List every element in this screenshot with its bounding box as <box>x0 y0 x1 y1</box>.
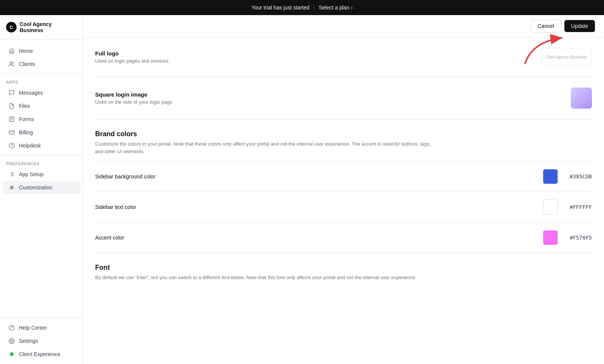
square-login-preview[interactable] <box>571 88 592 109</box>
sidebar-nav: Home Clients Apps Messages <box>0 40 83 318</box>
accent-color-swatch[interactable] <box>543 230 558 245</box>
sidebar-item-client-experience[interactable]: Client Experience <box>2 348 80 361</box>
clients-icon <box>8 61 15 68</box>
svg-point-19 <box>10 352 14 356</box>
svg-point-18 <box>11 340 12 342</box>
trial-banner: Your trial has just started Select a pla… <box>0 0 604 15</box>
messages-icon <box>8 89 15 96</box>
sidebar-bg-color-hex: #385CDB <box>562 174 592 180</box>
logo-preview-text: Cool Agency Business <box>546 55 587 59</box>
sidebar-item-label: Client Experience <box>19 351 60 357</box>
sidebar-item-app-setup[interactable]: App Setup <box>2 168 80 181</box>
sidebar-bottom: Help Center Settings Client Experience <box>0 318 83 364</box>
sidebar-item-forms[interactable]: Forms <box>2 113 80 126</box>
font-section: Font By default we use "Inter", but you … <box>95 253 592 287</box>
chevron-right-icon: › <box>351 5 353 11</box>
sidebar-bg-color-label: Sidebar background color <box>95 174 156 180</box>
sidebar-item-label: Customization <box>19 184 52 190</box>
square-login-right <box>571 88 592 109</box>
customization-icon <box>8 184 15 191</box>
accent-color-row: Accent color #F570F5 <box>95 222 592 253</box>
sidebar-item-label: Billing <box>19 129 33 135</box>
apps-section-label: Apps <box>0 77 83 86</box>
sidebar-item-home[interactable]: Home <box>2 45 80 57</box>
sidebar-bg-color-row: Sidebar background color #385CDB <box>95 161 592 192</box>
full-logo-right: Cool Agency Business <box>541 48 592 66</box>
forms-icon <box>8 116 15 123</box>
svg-rect-5 <box>9 131 14 134</box>
sidebar-item-files[interactable]: Files <box>2 100 80 112</box>
sidebar-item-helpdesk[interactable]: Helpdesk <box>2 139 80 152</box>
full-logo-desc: Used on login pages and invoices <box>95 58 541 64</box>
sidebar-item-label: Messages <box>19 90 43 96</box>
sidebar-logo: C Cool Agency Business <box>0 15 83 40</box>
font-section-title: Font <box>95 264 592 272</box>
logo-letter: C <box>9 25 13 30</box>
square-login-title: Square login image <box>95 91 571 98</box>
sidebar-item-label: Forms <box>19 116 34 122</box>
full-logo-left: Full logo Used on login pages and invoic… <box>95 50 541 64</box>
sidebar-item-billing[interactable]: Billing <box>2 126 80 139</box>
sidebar-item-label: Settings <box>19 338 38 344</box>
cancel-button[interactable]: Cancel <box>530 20 561 32</box>
sidebar-text-color-hex: #FFFFFF <box>562 204 592 210</box>
client-exp-icon <box>8 351 15 358</box>
sidebar-bg-color-swatch[interactable] <box>543 169 558 184</box>
main-content: Cancel Update Full logo Used on login pa… <box>83 15 604 364</box>
sidebar-item-label: Files <box>19 103 30 109</box>
select-plan-link[interactable]: Select a plan › <box>319 5 353 11</box>
preferences-section-label: Preferences <box>0 158 83 167</box>
sidebar-item-label: App Setup <box>19 171 43 177</box>
svg-point-15 <box>11 187 12 188</box>
accent-color-hex: #F570F5 <box>562 235 592 241</box>
square-login-left: Square login image Used on the side of y… <box>95 91 571 105</box>
main-body: Full logo Used on login pages and invoic… <box>83 37 604 287</box>
sidebar-text-color-label: Sidebar text color <box>95 204 136 210</box>
sidebar-item-messages[interactable]: Messages <box>2 86 80 99</box>
full-logo-section: Full logo Used on login pages and invoic… <box>95 37 592 77</box>
square-login-desc: Used on the side of your login page <box>95 99 571 105</box>
sidebar-item-customization[interactable]: Customization <box>2 181 80 194</box>
sidebar-text-color-row: Sidebar text color #FFFFFF <box>95 192 592 222</box>
svg-point-0 <box>10 62 12 64</box>
sidebar-item-label: Home <box>19 48 33 54</box>
sidebar-bg-color-right: #385CDB <box>543 169 592 184</box>
app-layout: C Cool Agency Business Home Clients Apps <box>0 15 604 364</box>
trial-text: Your trial has just started <box>251 5 310 11</box>
brand-colors-section: Brand colors Customize the colors in you… <box>95 120 592 161</box>
main-header: Cancel Update <box>83 15 604 37</box>
banner-divider <box>314 4 314 11</box>
billing-icon <box>8 129 15 136</box>
select-plan-text: Select a plan <box>319 5 349 11</box>
sidebar-divider-2 <box>0 155 83 155</box>
home-icon <box>8 48 15 54</box>
sidebar-item-clients[interactable]: Clients <box>2 58 80 71</box>
helpdesk-icon <box>8 142 15 149</box>
sidebar-item-label: Clients <box>19 61 35 67</box>
sidebar-text-color-swatch[interactable] <box>543 200 558 215</box>
files-icon <box>8 103 15 109</box>
full-logo-preview[interactable]: Cool Agency Business <box>541 48 592 66</box>
sidebar-text-color-right: #FFFFFF <box>543 200 592 215</box>
update-button[interactable]: Update <box>564 20 595 32</box>
sidebar-item-label: Helpdesk <box>19 143 41 149</box>
help-icon <box>8 324 15 331</box>
company-name: Cool Agency Business <box>20 21 77 33</box>
settings-icon <box>8 338 15 344</box>
accent-color-right: #F570F5 <box>543 230 592 245</box>
accent-color-label: Accent color <box>95 235 124 241</box>
full-logo-title: Full logo <box>95 50 541 57</box>
brand-colors-title: Brand colors <box>95 130 592 138</box>
sidebar-item-label: Help Center <box>19 325 47 331</box>
font-section-desc: By default we use "Inter", but you can s… <box>95 274 435 281</box>
logo-circle: C <box>6 22 17 32</box>
sidebar-divider <box>0 74 83 74</box>
sidebar: C Cool Agency Business Home Clients Apps <box>0 15 83 364</box>
sidebar-item-settings[interactable]: Settings <box>2 335 80 347</box>
sidebar-item-help-center[interactable]: Help Center <box>2 321 80 334</box>
square-login-section: Square login image Used on the side of y… <box>95 77 592 120</box>
app-setup-icon <box>8 171 15 178</box>
brand-colors-desc: Customize the colors in your portal. Not… <box>95 140 435 155</box>
